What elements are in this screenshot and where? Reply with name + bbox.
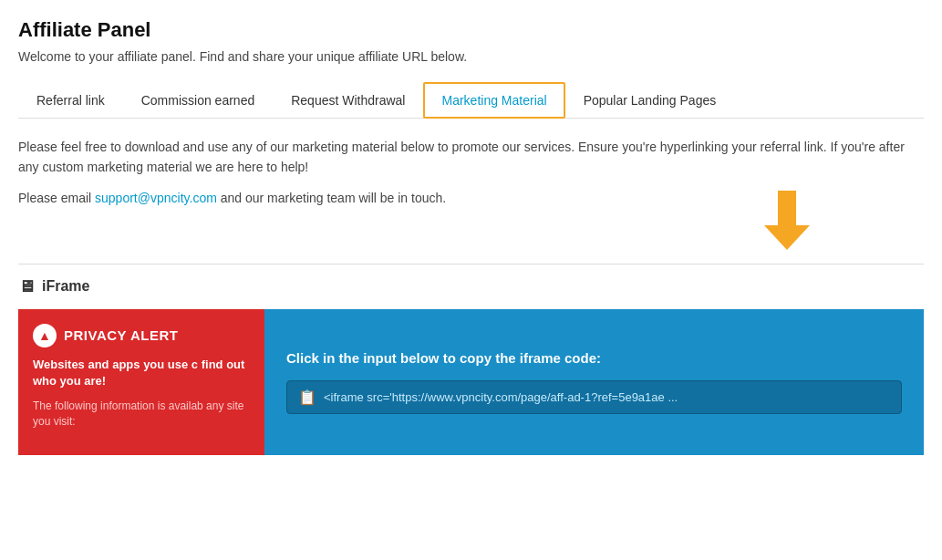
- content-area: Please feel free to download and use any…: [18, 119, 924, 464]
- alert-header: ▲ PRIVACY ALERT: [33, 324, 250, 347]
- tab-request-withdrawal[interactable]: Request Withdrawal: [273, 82, 423, 119]
- copy-overlay: Click in the input below to copy the ifr…: [264, 309, 924, 455]
- alert-title: PRIVACY ALERT: [64, 327, 178, 343]
- email-prefix: Please email: [18, 191, 95, 205]
- copy-label: Click in the input below to copy the ifr…: [286, 350, 902, 366]
- monitor-icon: 🖥: [18, 277, 35, 296]
- alert-triangle-icon: ▲: [33, 324, 57, 347]
- alert-body: Websites and apps you use c find out who…: [33, 357, 250, 389]
- tab-popular-landing-pages[interactable]: Popular Landing Pages: [565, 82, 735, 119]
- page-title: Affiliate Panel: [18, 18, 924, 42]
- svg-marker-0: [764, 191, 810, 250]
- alert-sub: The following information is availab any…: [33, 399, 250, 430]
- privacy-alert-card: ▲ PRIVACY ALERT Websites and apps you us…: [18, 309, 264, 455]
- copy-input-row[interactable]: 📋 <iframe src='https://www.vpncity.com/p…: [286, 380, 902, 414]
- support-email-link[interactable]: support@vpncity.com: [95, 191, 217, 205]
- description-text: Please feel free to download and use any…: [18, 137, 924, 178]
- section-divider: [18, 264, 924, 264]
- copy-icon: 📋: [298, 389, 316, 406]
- arrow-area: [760, 191, 924, 254]
- down-arrow-icon: [760, 191, 814, 254]
- iframe-label: iFrame: [42, 278, 89, 295]
- tab-referral-link[interactable]: Referral link: [18, 82, 123, 119]
- tab-commission-earned[interactable]: Commission earned: [123, 82, 274, 119]
- page-subtitle: Welcome to your affiliate panel. Find an…: [18, 49, 924, 64]
- tabs-navigation: Referral link Commission earned Request …: [18, 82, 924, 119]
- email-suffix: and our marketing team will be in touch.: [217, 191, 446, 205]
- iframe-section-title: 🖥 iFrame: [18, 277, 924, 296]
- tab-marketing-material[interactable]: Marketing Material: [423, 82, 564, 119]
- iframe-code-text: <iframe src='https://www.vpncity.com/pag…: [324, 390, 678, 404]
- email-line: Please email support@vpncity.com and our…: [18, 191, 446, 205]
- iframe-preview-area: ▲ PRIVACY ALERT Websites and apps you us…: [18, 309, 924, 455]
